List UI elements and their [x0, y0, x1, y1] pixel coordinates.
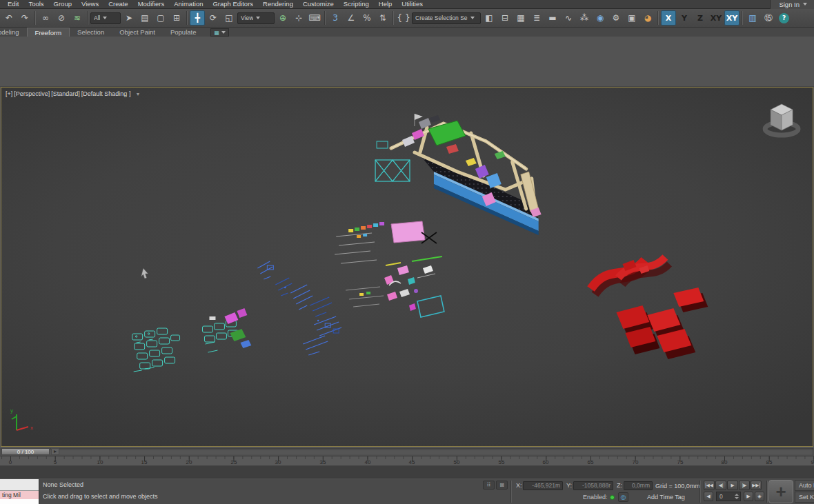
angle-snap-icon[interactable]: ∠: [344, 10, 359, 26]
select-and-rotate-icon[interactable]: ⟳: [206, 10, 221, 26]
axis-xy-button[interactable]: XY: [708, 10, 724, 26]
render-window-icon[interactable]: ▥: [745, 10, 760, 26]
menu-create[interactable]: Create: [103, 0, 133, 8]
menu-modifiers[interactable]: Modifiers: [133, 0, 170, 8]
perspective-viewport[interactable]: y x [+] [Perspective] [Standard] [Defaul…: [1, 87, 813, 447]
curve-editor-icon[interactable]: ∿: [561, 10, 576, 26]
track-bar[interactable]: [0, 466, 814, 478]
auto-key-button[interactable]: Auto Key: [795, 480, 814, 491]
time-slider-handle[interactable]: 0 / 100: [1, 448, 50, 455]
scene-red-ribbons[interactable]: [591, 257, 708, 359]
maxscript-mini-listener[interactable]: ting Mil: [0, 479, 39, 504]
sign-in-button[interactable]: Sign In: [770, 0, 814, 9]
layer-explorer-icon[interactable]: ≣: [529, 10, 544, 26]
z-coord-field[interactable]: 0,0mm: [624, 481, 653, 490]
menu-help[interactable]: Help: [374, 0, 397, 8]
go-to-start-button[interactable]: |◀◀: [704, 481, 715, 490]
render-production-icon[interactable]: ◕: [640, 10, 655, 26]
current-frame-field[interactable]: 0: [716, 492, 741, 501]
menu-customize[interactable]: Customize: [298, 0, 339, 8]
rectangular-selection-icon[interactable]: ▢: [153, 10, 168, 26]
render-setup-icon[interactable]: ⚙: [608, 10, 624, 26]
tab-selection[interactable]: Selection: [70, 28, 112, 37]
unlink-selection-icon[interactable]: ⊘: [54, 10, 69, 26]
redo-icon[interactable]: ↷: [17, 10, 32, 26]
scene-wireframe-scatter[interactable]: [257, 261, 341, 355]
help-icon[interactable]: ?: [779, 13, 789, 23]
ribbon-toggle-icon[interactable]: ▬: [545, 10, 560, 26]
percent-snap-icon[interactable]: %: [359, 10, 375, 26]
dots-grid-icon[interactable]: ⠿: [483, 481, 495, 490]
frame-spinner[interactable]: [734, 493, 739, 500]
menu-animation[interactable]: Animation: [169, 0, 208, 8]
spinner-snap-icon[interactable]: ⇅: [375, 10, 390, 26]
viewcube[interactable]: [765, 104, 798, 135]
info-icon[interactable]: ⑮: [761, 10, 776, 26]
mirror-icon[interactable]: ◧: [482, 10, 497, 26]
add-time-tag[interactable]: Add Time Tag: [647, 494, 685, 501]
menu-rendering[interactable]: Rendering: [258, 0, 298, 8]
menu-tools[interactable]: Tools: [23, 0, 48, 8]
key-mode-toggle-icon[interactable]: ◈: [755, 492, 764, 501]
listener-macro-row[interactable]: ting Mil: [0, 491, 39, 499]
viewport-plus-menu[interactable]: [+]: [6, 90, 12, 97]
menu-edit[interactable]: Edit: [3, 0, 23, 8]
previous-key-button[interactable]: ◀: [704, 492, 713, 501]
undo-icon[interactable]: ↶: [1, 10, 17, 26]
named-selection-dropdown[interactable]: Create Selection Se: [412, 12, 481, 24]
selection-lock-icon[interactable]: ⊠: [496, 481, 508, 490]
degradation-toggle-icon[interactable]: ◎: [618, 492, 628, 502]
scene-parts-cluster-left[interactable]: [132, 328, 180, 372]
axis-z-button[interactable]: Z: [693, 10, 708, 26]
align-icon[interactable]: ⊟: [497, 10, 513, 26]
schematic-view-icon[interactable]: ⁂: [577, 10, 592, 26]
axis-x-button[interactable]: X: [661, 10, 676, 26]
material-editor-icon[interactable]: ◉: [593, 10, 608, 26]
set-key-button[interactable]: Set Key: [795, 492, 814, 503]
next-key-button[interactable]: ▶: [744, 492, 753, 501]
time-slider[interactable]: 0 / 100 ▸: [0, 447, 814, 456]
menu-scripting[interactable]: Scripting: [339, 0, 374, 8]
menu-utilities[interactable]: Utilities: [397, 0, 428, 8]
previous-frame-button[interactable]: ◀|: [715, 481, 726, 490]
tab-populate[interactable]: Populate: [163, 28, 204, 37]
menu-group[interactable]: Group: [49, 0, 77, 8]
axis-y-button[interactable]: Y: [677, 10, 692, 26]
viewport-render-preset-menu[interactable]: [Standard]: [51, 90, 80, 97]
snaps-toggle-icon[interactable]: 3: [328, 10, 343, 26]
select-object-icon[interactable]: ➤: [121, 10, 137, 26]
viewport-filter-icon[interactable]: ▼: [135, 92, 140, 97]
go-to-end-button[interactable]: ▶▶|: [751, 481, 762, 490]
menu-graph-editors[interactable]: Graph Editors: [208, 0, 258, 8]
viewport-shading-menu[interactable]: [Default Shading ]: [81, 90, 131, 97]
window-crossing-icon[interactable]: ⊞: [169, 10, 184, 26]
tab-freeform[interactable]: Freeform: [27, 28, 70, 37]
listener-white-row2[interactable]: [0, 499, 39, 504]
y-coord-field[interactable]: -1058,888r: [573, 481, 613, 490]
selection-filter-dropdown[interactable]: All: [90, 12, 121, 24]
timeline-ruler[interactable]: 0 5 10 15 20 25 30 35 40 45 50 55 60 65 …: [0, 456, 814, 466]
select-and-link-icon[interactable]: ∞: [38, 10, 53, 26]
tab-modeling[interactable]: Modeling: [0, 28, 27, 37]
set-key-plus-button[interactable]: +: [768, 480, 793, 503]
viewport-pov-menu[interactable]: [Perspective]: [14, 90, 50, 97]
ribbon-display-dropdown[interactable]: ▦: [210, 28, 229, 37]
tab-object-paint[interactable]: Object Paint: [112, 28, 163, 37]
edit-named-selections-icon[interactable]: { }: [396, 10, 411, 26]
axis-xy-flyout-button[interactable]: XY: [724, 10, 739, 26]
time-step-button[interactable]: ▸: [51, 448, 59, 455]
time-slider-track[interactable]: [1, 448, 813, 455]
scene-pink-panel[interactable]: [391, 221, 425, 243]
scene-explorer-icon[interactable]: ▦: [513, 10, 528, 26]
scene-parts-cluster-left2[interactable]: [203, 308, 252, 352]
use-pivot-center-icon[interactable]: ⊕: [275, 10, 290, 26]
reference-coordinate-dropdown[interactable]: View: [237, 12, 275, 24]
menu-views[interactable]: Views: [77, 0, 103, 8]
scene-assembly[interactable]: [375, 114, 542, 235]
next-frame-button[interactable]: |▶: [739, 481, 750, 490]
select-and-manipulate-icon[interactable]: ⊹: [291, 10, 306, 26]
select-and-scale-icon[interactable]: ◱: [221, 10, 237, 26]
rendered-frame-icon[interactable]: ▣: [624, 10, 639, 26]
keyboard-override-icon[interactable]: ⌨: [307, 10, 322, 26]
play-button[interactable]: ▶: [727, 481, 738, 490]
